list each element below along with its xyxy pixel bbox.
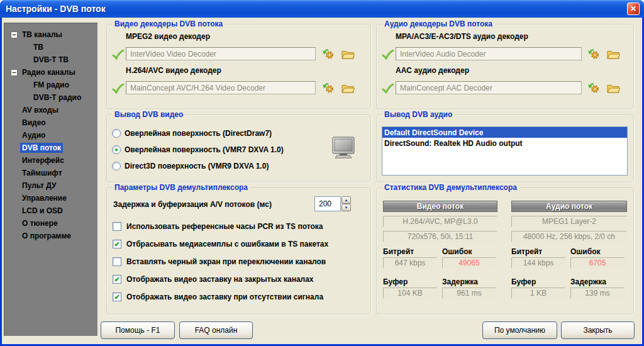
help-button[interactable]: Помощь - F1 (101, 321, 175, 339)
sidebar-item-about-program[interactable]: О программе (4, 230, 97, 242)
audio-device-listbox: Default DirectSound Device DirectSound: … (382, 126, 628, 176)
mpeg2-decoder-field[interactable]: InterVideo Video Decoder (126, 47, 316, 60)
group-title: Параметры DVB демультиплексора (112, 183, 250, 192)
sidebar-item-fm-radio[interactable]: FM радио (4, 79, 97, 91)
sidebar-item-tv[interactable]: ТВ (4, 41, 97, 53)
sidebar-item-label: ТВ (31, 42, 45, 52)
audio-bitrate-value: 144 kbps (511, 257, 565, 269)
group-title: Вывод DVB видео (112, 110, 186, 119)
browse-folder-icon[interactable] (341, 48, 355, 61)
select-decoder-gears-icon[interactable] (587, 47, 600, 60)
close-icon[interactable]: ✕ (627, 3, 640, 15)
sidebar-item-about-tuner[interactable]: О тюнере (4, 217, 97, 230)
settings-window: Настройки - DVB поток ✕ −ТВ каналы ТВ DV… (0, 0, 644, 346)
sidebar-item-label: AV входы (20, 105, 60, 115)
radio-directdraw7[interactable]: Оверлейная поверхность (DirectDraw7) (112, 129, 272, 138)
sidebar-item-remote[interactable]: Пульт ДУ (4, 179, 97, 192)
radio-icon (112, 162, 121, 170)
sidebar-item-dvbt-radio[interactable]: DVB-T радио (4, 91, 97, 104)
video-codec-value: H.264/AVC, MP@L3.0 (383, 216, 497, 227)
select-decoder-gears-icon[interactable] (321, 81, 335, 94)
sidebar-item-dvbt-tv[interactable]: DVB-T ТВ (4, 53, 97, 66)
checkbox-pcr-clock[interactable]: Использовать референсные часы PCR из TS … (113, 222, 323, 231)
browse-folder-icon[interactable] (341, 82, 355, 95)
faq-online-button[interactable]: FAQ онлайн (179, 321, 253, 339)
delay-buffer-label: Задержка и буферизация A/V потоков (мс) (113, 200, 272, 209)
video-delay-value: 961 ms (442, 287, 496, 299)
sidebar-item-label: Видео (20, 118, 48, 128)
list-item-default-directsound[interactable]: Default DirectSound Device (382, 127, 627, 138)
audio-stream-header: Аудио поток (511, 201, 627, 212)
audio-buffer-label: Буфер (511, 277, 536, 286)
sidebar-item-lcd-osd[interactable]: LCD и OSD (4, 204, 97, 217)
browse-folder-icon[interactable] (607, 48, 620, 61)
video-buffer-value: 104 KB (383, 287, 437, 299)
demux-params-group: Параметры DVB демультиплексора Задержка … (106, 187, 371, 315)
sidebar-item-timeshift[interactable]: Таймшифт (4, 167, 97, 179)
sidebar-item-video[interactable]: Видео (4, 116, 97, 129)
audio-codec-value: MPEG1 Layer-2 (511, 216, 627, 227)
select-decoder-gears-icon[interactable] (587, 81, 600, 94)
delay-spinner: 200 ▲ ▼ (314, 196, 351, 211)
sidebar-item-label: DVB-T радио (31, 92, 83, 103)
sidebar-item-label: ТВ каналы (20, 30, 64, 40)
audio-buffer-value: 1 KB (511, 287, 565, 299)
sidebar-item-control[interactable]: Управление (4, 192, 97, 204)
decoder-ok-icon (382, 50, 394, 60)
sidebar-item-label: LCD и OSD (20, 206, 65, 216)
sidebar-item-label: FM радио (31, 80, 71, 90)
sidebar-item-av-inputs[interactable]: AV входы (4, 104, 97, 116)
audio-delay-label: Задержка (570, 277, 606, 286)
video-format-value: 720x576, 50i, 15:11 (383, 231, 497, 242)
sidebar-item-label: Таймшифт (20, 168, 64, 178)
select-decoder-gears-icon[interactable] (321, 47, 335, 60)
checkbox-drop-bad-samples[interactable]: ✔ Отбрасывать медиасемплы с ошибками в T… (113, 240, 328, 248)
sidebar-item-dvb-stream[interactable]: DVB поток (4, 142, 97, 154)
group-title: Аудио декодеры DVB потока (382, 20, 495, 28)
audio-format-value: 48000 Hz, 256 kbps, 2/0 ch (511, 231, 627, 242)
checkbox-icon (113, 257, 121, 266)
sidebar-item-label-selected: DVB поток (20, 143, 63, 153)
audio-output-group: Вывод DVB аудио Default DirectSound Devi… (376, 114, 634, 182)
decoder-ok-icon (112, 84, 125, 94)
video-errors-label: Ошибок (442, 247, 472, 256)
delay-input[interactable]: 200 (314, 196, 341, 211)
video-delay-label: Задержка (442, 277, 478, 286)
group-title: Видео декодеры DVB потока (112, 20, 225, 28)
video-buffer-label: Буфер (383, 277, 408, 286)
checkbox-splash-no-signal[interactable]: ✔ Отображать видео заставку при отсутств… (113, 293, 323, 301)
decoder-ok-icon (112, 50, 125, 60)
browse-folder-icon[interactable] (607, 82, 620, 95)
group-title: Вывод DVB аудио (382, 110, 455, 119)
audio-errors-label: Ошибок (570, 247, 600, 256)
sidebar-item-audio[interactable]: Аудио (4, 129, 97, 142)
spin-up-icon[interactable]: ▲ (341, 196, 351, 204)
sidebar-item-radio-channels[interactable]: −Радио каналы (4, 66, 97, 79)
sidebar-item-label: Интерфейс (20, 155, 66, 165)
radio-vmr7-dxva[interactable]: ● Оверлейная поверхность (VMR7 DXVA 1.0) (112, 145, 284, 154)
tree-collapse-icon[interactable]: − (11, 69, 18, 76)
sidebar-item-interface[interactable]: Интерфейс (4, 154, 97, 167)
settings-nav-tree: −ТВ каналы ТВ DVB-T ТВ −Радио каналы FM … (4, 23, 98, 337)
audio-bitrate-label: Битрейт (511, 247, 542, 256)
titlebar[interactable]: Настройки - DVB поток ✕ (0, 0, 644, 18)
checkbox-splash-closed-channels[interactable]: ✔ Отображать видео заставку на закрытых … (113, 275, 314, 284)
aac-decoder-field[interactable]: MainConcept AAC Decoder (396, 81, 582, 94)
list-item-realtek-hd[interactable]: DirectSound: Realtek HD Audio output (382, 138, 627, 148)
h264-decoder-label: H.264/AVC видео декодер (126, 66, 221, 75)
radio-direct3d-vmr9[interactable]: Direct3D поверхность (VMR9 DXVA 1.0) (112, 162, 269, 170)
sidebar-item-tv-channels[interactable]: −ТВ каналы (4, 28, 97, 41)
defaults-button[interactable]: По умолчанию (482, 321, 557, 339)
tree-collapse-icon[interactable]: − (11, 31, 18, 38)
close-button[interactable]: Закрыть (561, 321, 635, 339)
aac-decoder-label: AAC аудио декодер (396, 66, 469, 75)
h264-decoder-field[interactable]: MainConcept AVC/H.264 Video Decoder (126, 81, 316, 94)
checkbox-black-screen[interactable]: Вставлять черный экран при переключении … (113, 257, 326, 266)
mpa-decoder-field[interactable]: InterVideo Audio Decoder (396, 47, 582, 60)
group-title: Статистика DVB демультиплексора (382, 183, 519, 192)
video-stream-header: Видео поток (383, 201, 497, 212)
audio-delay-value: 139 ms (570, 287, 625, 299)
checkbox-icon-checked: ✔ (113, 275, 121, 284)
spin-down-icon[interactable]: ▼ (341, 204, 351, 211)
sidebar-item-label: Пульт ДУ (20, 181, 58, 191)
